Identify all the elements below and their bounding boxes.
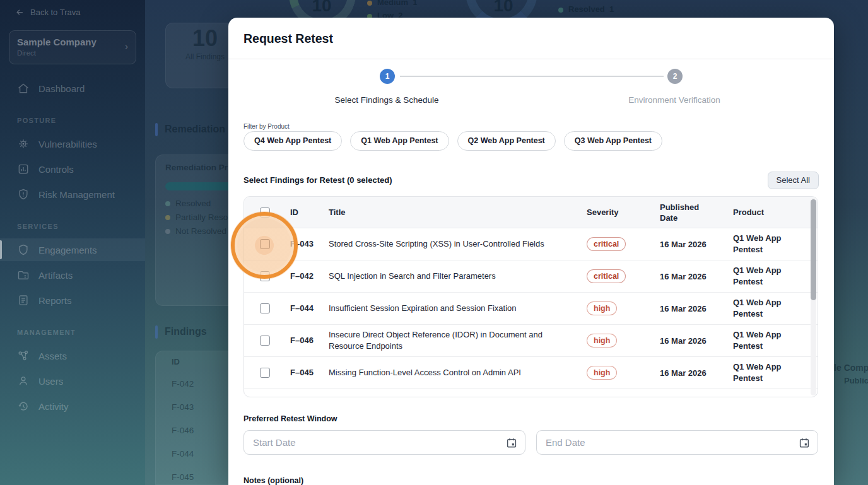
published-date: 16 Mar 2026 [651, 272, 724, 281]
finding-id: F–044 [282, 303, 322, 314]
request-retest-modal: Request Retest 1 2 Select Findings & Sch… [228, 18, 834, 485]
sidebar-item-controls[interactable]: Controls [0, 158, 145, 180]
select-findings-label: Select Findings for Retest (0 selected) [243, 175, 392, 185]
bg-findings-id-header: ID [172, 357, 180, 366]
click-highlight-circle [231, 212, 298, 279]
published-date: 16 Mar 2026 [651, 368, 724, 378]
row-checkbox[interactable] [260, 336, 270, 346]
table-row: F–043 Stored Cross-Site Scripting (XSS) … [244, 228, 818, 260]
row-checkbox[interactable] [260, 303, 270, 313]
step-1-circle: 1 [380, 69, 395, 84]
select-findings-row: Select Findings for Retest (0 selected) … [243, 171, 819, 189]
table-row: F–046 Insecure Direct Object Reference (… [244, 325, 818, 357]
medium-dot [367, 1, 372, 6]
finding-title: Stored Cross-Site Scripting (XSS) in Use… [322, 238, 578, 250]
document-icon [17, 294, 30, 307]
product-name: Q1 Web App Pentest [724, 233, 818, 255]
company-switcher[interactable]: Sample Company Direct › [9, 30, 136, 64]
filter-by-product-label: Filter by Product [243, 123, 290, 130]
severity-badge: high [587, 334, 617, 348]
bg-legend-medium: Medium 1 [367, 0, 418, 7]
sidebar-item-artifacts[interactable]: Artifacts [0, 264, 145, 286]
sidebar-item-risk-management[interactable]: Risk Management [0, 183, 145, 206]
header-title: Title [322, 207, 578, 218]
sidebar-item-label: Assets [38, 351, 67, 361]
calendar-icon[interactable] [506, 437, 517, 451]
table-row: F–042 SQL Injection in Search and Filter… [244, 260, 818, 293]
home-icon [17, 82, 30, 95]
filter-pill-q1[interactable]: Q1 Web App Pentest [350, 131, 449, 151]
sidebar-item-vulnerabilities[interactable]: Vulnerabilities [0, 132, 145, 155]
end-date-field[interactable] [536, 430, 818, 455]
clock-history-icon [17, 400, 30, 412]
section-services: SERVICES [17, 223, 59, 230]
bg-rem-legend-resolved: Resolved [165, 199, 211, 208]
controls-icon [17, 163, 30, 175]
bg-rem-legend-not: Not Resolved [165, 226, 226, 236]
notes-label: Notes (optional) [243, 476, 303, 485]
sidebar: Back to Trava Sample Company Direct › Da… [0, 0, 145, 485]
header-product: Product [724, 207, 818, 217]
filter-pill-q3[interactable]: Q3 Web App Pentest [564, 131, 662, 151]
product-name: Q1 Web App Pentest [724, 265, 818, 288]
filter-pill-q2[interactable]: Q2 Web App Pentest [457, 131, 556, 151]
company-name: Sample Company [17, 37, 128, 47]
sidebar-item-users[interactable]: Users [0, 370, 145, 392]
network-icon [17, 349, 30, 362]
section-posture: POSTURE [17, 117, 56, 124]
modal-header-divider [228, 59, 834, 59]
product-name: Q1 Web App Pentest [724, 361, 818, 384]
table-row: F–044 Insufficient Session Expiration an… [244, 293, 818, 325]
select-all-button[interactable]: Select All [768, 172, 819, 189]
bg-legend-resolved: Resolved 1 [558, 4, 614, 14]
shield-icon [17, 243, 30, 256]
header-severity: Severity [578, 207, 651, 217]
user-icon [17, 375, 30, 387]
row-checkbox[interactable] [260, 368, 270, 378]
sidebar-item-label: Artifacts [38, 270, 73, 281]
preferred-retest-window-label: Preferred Retest Window [243, 414, 337, 423]
bg-finding-id: F-045 [172, 472, 194, 482]
end-date-input[interactable] [537, 431, 818, 454]
sidebar-item-activity[interactable]: Activity [0, 395, 145, 418]
bg-finding-id: F-042 [172, 379, 194, 389]
back-label: Back to Trava [30, 8, 80, 17]
start-date-field[interactable] [243, 430, 525, 455]
sidebar-item-reports[interactable]: Reports [0, 289, 145, 312]
vulnerability-icon [17, 137, 30, 150]
finding-title: Insecure Direct Object Reference (IDOR) … [322, 329, 578, 352]
bg-donut1-value: 10 [306, 0, 337, 16]
table-scrollbar-thumb[interactable] [811, 199, 816, 300]
chevron-right-icon: › [125, 41, 128, 52]
table-header-row: ID Title Severity Published Date Product [244, 197, 818, 228]
bg-findings-accent-bar [155, 325, 158, 339]
start-date-input[interactable] [244, 431, 525, 454]
bg-remediation-card-title: Remediation Pr [165, 163, 228, 172]
step-2-circle: 2 [667, 69, 683, 84]
bg-donut2-value: 10 [488, 0, 519, 16]
published-date: 16 Mar 2026 [651, 336, 724, 346]
sidebar-item-label: Dashboard [38, 83, 85, 94]
sidebar-item-label: Risk Management [38, 189, 115, 200]
shield-alert-icon [17, 188, 30, 201]
bg-stat-value: 10 [173, 25, 237, 52]
resolved-dot [558, 8, 563, 13]
back-to-trava-link[interactable]: Back to Trava [15, 8, 80, 17]
severity-badge: high [587, 301, 617, 315]
sidebar-item-dashboard[interactable]: Dashboard [0, 77, 145, 100]
bg-finding-id: F-043 [172, 402, 194, 412]
bg-stat-label: All Findings [173, 52, 237, 61]
calendar-icon[interactable] [799, 437, 810, 451]
sidebar-item-engagements[interactable]: Engagements [0, 238, 145, 261]
stepper-line [400, 76, 664, 77]
filter-pill-q4[interactable]: Q4 Web App Pentest [243, 131, 342, 151]
app-root: 10 All Findings 10 Medium 1 Low 2 10 Res… [0, 0, 868, 485]
severity-badge: critical [587, 237, 626, 251]
arrow-left-icon [15, 8, 25, 17]
product-name: Q1 Web App Pentest [724, 297, 818, 320]
finding-id: F–045 [282, 367, 322, 378]
product-name: Q1 Web App Pentest [724, 329, 818, 352]
sidebar-item-label: Engagements [38, 245, 97, 255]
product-filter-group: Q4 Web App Pentest Q1 Web App Pentest Q2… [243, 131, 662, 151]
sidebar-item-assets[interactable]: Assets [0, 344, 145, 367]
